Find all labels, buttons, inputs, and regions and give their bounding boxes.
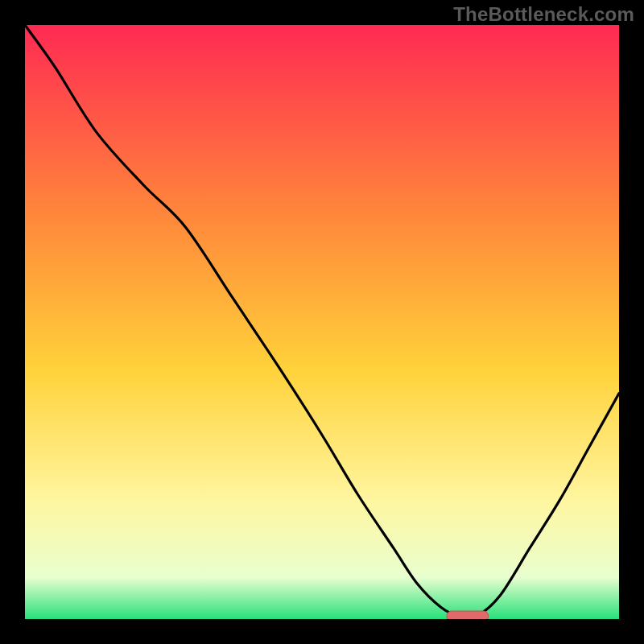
plot-area bbox=[25, 25, 619, 619]
bottleneck-chart bbox=[25, 25, 619, 619]
optimal-marker bbox=[447, 611, 489, 619]
watermark-text: TheBottleneck.com bbox=[453, 3, 634, 26]
chart-frame: TheBottleneck.com bbox=[0, 0, 644, 644]
gradient-background bbox=[25, 25, 619, 619]
